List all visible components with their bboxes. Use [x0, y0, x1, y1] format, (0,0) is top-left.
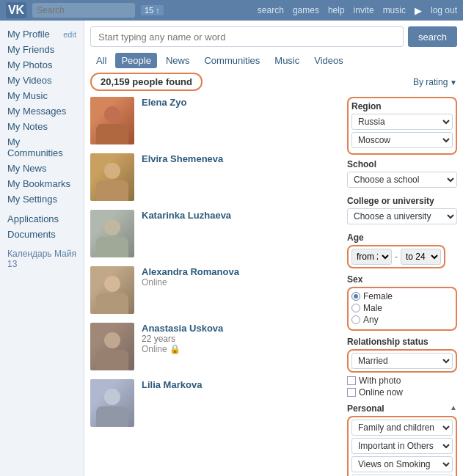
- top-nav-links: search games help invite music ▶ log out: [258, 5, 457, 16]
- school-filter: School Choose a school: [347, 159, 457, 190]
- avatar: [90, 97, 134, 144]
- content-area: Elena Zyo Elvira Shemeneva: [90, 97, 457, 476]
- sidebar-item-my-friends[interactable]: My Friends: [0, 42, 84, 57]
- people-count-row: 20,159 people found By rating: [90, 73, 457, 91]
- main-search-input[interactable]: [90, 26, 404, 47]
- people-count: 20,159 people found: [90, 73, 203, 91]
- nav-games[interactable]: games: [293, 5, 319, 15]
- person-name[interactable]: Elvira Shemeneva: [142, 153, 341, 164]
- relationship-filter: Relationship status Married With photo O…: [347, 337, 457, 398]
- person-status: Online: [142, 277, 341, 288]
- main-search-button[interactable]: search: [408, 26, 457, 47]
- sex-male-option[interactable]: Male: [351, 303, 453, 313]
- person-info: Alexandra Romanova Online: [142, 266, 341, 288]
- sidebar-item-documents[interactable]: Documents: [0, 227, 84, 242]
- edit-profile-link[interactable]: edit: [63, 30, 76, 39]
- list-item: Elvira Shemeneva: [90, 153, 341, 201]
- age-dash: -: [395, 252, 398, 262]
- online-now-checkbox[interactable]: Online now: [347, 387, 457, 398]
- sidebar-item-my-profile[interactable]: My Profile edit: [0, 26, 84, 42]
- sidebar-item-my-notes[interactable]: My Notes: [0, 119, 84, 134]
- relationship-label: Relationship status: [347, 337, 457, 347]
- tab-communities[interactable]: Communities: [198, 53, 266, 68]
- sex-female-radio[interactable]: [351, 292, 360, 301]
- personal-collapse-icon[interactable]: ▲: [450, 403, 457, 414]
- important-others-select[interactable]: Important in Others: [351, 438, 453, 454]
- sidebar-item-applications[interactable]: Applications: [0, 211, 84, 227]
- nav-invite[interactable]: invite: [354, 5, 374, 15]
- sidebar-item-my-bookmarks[interactable]: My Bookmarks: [0, 176, 84, 191]
- list-item: Elena Zyo: [90, 97, 341, 144]
- region-country-select[interactable]: Russia: [351, 114, 453, 130]
- sidebar: My Profile edit My Friends My Photos My …: [0, 21, 84, 476]
- tab-people[interactable]: People: [115, 53, 156, 68]
- avatar: [90, 379, 134, 427]
- personal-filter: Personal ▲ Family and children Important…: [347, 403, 457, 476]
- list-item: Anastasia Uskova 22 years Online 🔒: [90, 323, 341, 370]
- sex-filter: Sex Female Male: [347, 274, 457, 331]
- person-name[interactable]: Elena Zyo: [142, 97, 341, 108]
- by-rating-dropdown[interactable]: By rating: [413, 77, 457, 87]
- sex-any-option[interactable]: Any: [351, 315, 453, 325]
- sidebar-item-my-videos[interactable]: My Videos: [0, 73, 84, 88]
- smoking-select[interactable]: Views on Smoking: [351, 456, 453, 472]
- sidebar-item-my-news[interactable]: My News: [0, 161, 84, 176]
- play-icon[interactable]: ▶: [415, 5, 422, 16]
- with-photo-box[interactable]: [347, 376, 356, 385]
- main-layout: My Profile edit My Friends My Photos My …: [0, 21, 463, 476]
- tab-videos[interactable]: Videos: [308, 53, 349, 68]
- nav-music[interactable]: music: [383, 5, 406, 15]
- sidebar-item-calendar[interactable]: Календарь Майя 13: [0, 246, 84, 271]
- person-name[interactable]: Anastasia Uskova: [142, 323, 341, 334]
- sidebar-item-my-music[interactable]: My Music: [0, 88, 84, 103]
- people-list: Elena Zyo Elvira Shemeneva: [90, 97, 341, 476]
- main-search-bar: search: [90, 26, 457, 47]
- avatar: [90, 266, 134, 314]
- nav-search[interactable]: search: [258, 5, 284, 15]
- person-info: Katarinka Luzhaeva: [142, 210, 341, 221]
- age-from-select[interactable]: from 20: [351, 249, 392, 265]
- avatar: [90, 210, 134, 257]
- sidebar-item-my-messages[interactable]: My Messages: [0, 103, 84, 119]
- person-name[interactable]: Lilia Markova: [142, 379, 341, 390]
- tab-music[interactable]: Music: [269, 53, 305, 68]
- person-age: 22 years: [142, 334, 341, 344]
- online-now-box[interactable]: [347, 388, 356, 397]
- school-select[interactable]: Choose a school: [347, 172, 457, 188]
- list-item: Alexandra Romanova Online: [90, 266, 341, 314]
- vk-logo[interactable]: VK: [6, 2, 26, 18]
- filters-panel: Region Russia Moscow School Choose a sch…: [347, 97, 457, 476]
- sidebar-item-my-settings[interactable]: My Settings: [0, 191, 84, 207]
- age-to-select[interactable]: to 24: [401, 249, 441, 265]
- college-label: College or university: [347, 196, 457, 206]
- sex-any-radio[interactable]: [351, 315, 360, 324]
- sex-female-option[interactable]: Female: [351, 291, 453, 301]
- list-item: Katarinka Luzhaeva: [90, 210, 341, 257]
- main-content: search All People News Communities Music…: [84, 21, 463, 476]
- sex-male-radio[interactable]: [351, 304, 360, 312]
- top-search-input[interactable]: [32, 3, 135, 18]
- person-name[interactable]: Katarinka Luzhaeva: [142, 210, 341, 221]
- region-city-select[interactable]: Moscow: [351, 132, 453, 148]
- age-label: Age: [347, 232, 457, 243]
- nav-help[interactable]: help: [328, 5, 345, 15]
- tab-all[interactable]: All: [90, 53, 112, 68]
- relationship-select[interactable]: Married: [351, 353, 453, 369]
- age-filter: Age from 20 - to 24: [347, 232, 457, 268]
- avatar: [90, 323, 134, 370]
- sidebar-item-my-photos[interactable]: My Photos: [0, 57, 84, 73]
- tab-news[interactable]: News: [160, 53, 196, 68]
- search-tabs: All People News Communities Music Videos: [90, 53, 457, 68]
- family-children-select[interactable]: Family and children: [351, 420, 453, 436]
- college-select[interactable]: Choose a university: [347, 208, 457, 224]
- region-filter: Region Russia Moscow: [347, 97, 457, 155]
- with-photo-checkbox[interactable]: With photo: [347, 376, 457, 386]
- notification-count: 15 ↑: [141, 5, 164, 15]
- person-info: Anastasia Uskova 22 years Online 🔒: [142, 323, 341, 354]
- person-status: Online 🔒: [142, 344, 341, 354]
- region-label: Region: [351, 101, 453, 111]
- person-info: Elvira Shemeneva: [142, 153, 341, 164]
- person-name[interactable]: Alexandra Romanova: [142, 266, 341, 277]
- nav-logout[interactable]: log out: [431, 5, 457, 15]
- sidebar-item-my-communities[interactable]: My Communities: [0, 134, 84, 161]
